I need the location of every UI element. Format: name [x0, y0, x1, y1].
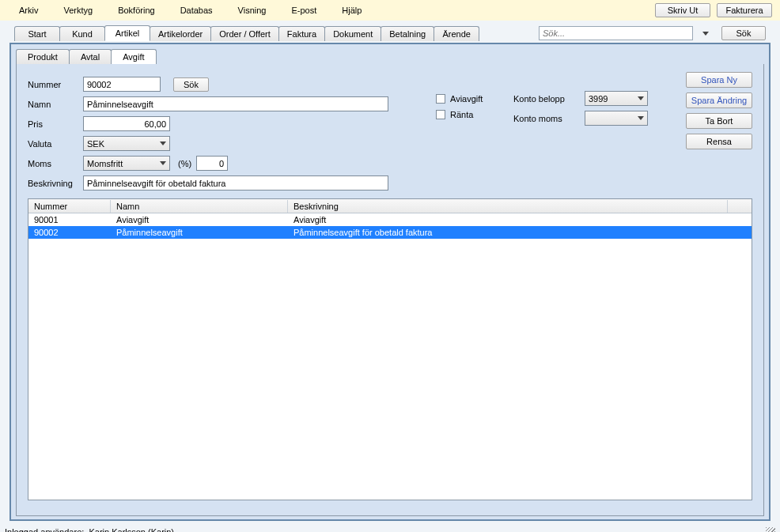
top-buttons: Skriv Ut Fakturera: [655, 3, 772, 17]
menu-databas[interactable]: Databas: [169, 4, 224, 17]
pris-label: Pris: [28, 119, 83, 129]
table-header: Nummer Namn Beskrivning: [28, 199, 752, 213]
spara-ny-button[interactable]: Spara Ny: [686, 72, 752, 88]
aviavgift-label: Aviavgift: [450, 94, 483, 104]
tab-faktura[interactable]: Faktura: [278, 26, 325, 41]
resize-grip-icon[interactable]: [766, 527, 775, 532]
chevron-down-icon: [638, 96, 644, 100]
form-area: Nummer Sök Namn Pris Valuta SEK Moms Mom…: [16, 64, 764, 516]
nummer-label: Nummer: [28, 80, 83, 89]
search-area: Sök: [539, 26, 766, 40]
data-table: Nummer Namn Beskrivning 90001 Aviavgift …: [28, 198, 752, 500]
checkbox-icon: [436, 94, 445, 104]
valuta-select[interactable]: SEK: [83, 136, 170, 151]
konto-belopp-select[interactable]: 3999: [585, 91, 648, 106]
action-buttons: Spara Ny Spara Ändring Ta Bort Rensa: [686, 72, 752, 149]
menu-arkiv[interactable]: Arkiv: [8, 4, 49, 17]
menu-epost[interactable]: E-post: [281, 4, 328, 17]
col-nummer[interactable]: Nummer: [28, 200, 111, 213]
tab-dokument[interactable]: Dokument: [324, 26, 381, 41]
tab-arende[interactable]: Ärende: [434, 26, 479, 41]
beskrivning-label: Beskrivning: [28, 179, 83, 188]
cell-beskrivning: Påminnelseavgift för obetald faktura: [288, 227, 728, 238]
rensa-button[interactable]: Rensa: [686, 134, 752, 149]
tab-artikelorder[interactable]: Artikelorder: [150, 26, 211, 41]
menu-hjalp[interactable]: Hjälp: [331, 4, 373, 17]
subtab-avgift[interactable]: Avgift: [111, 49, 156, 64]
status-user: Inloggad användare: Karin Karlsson (Kari…: [5, 527, 174, 532]
aviavgift-checkbox[interactable]: Aviavgift: [436, 94, 483, 104]
subtab-produkt[interactable]: Produkt: [16, 49, 70, 64]
print-button[interactable]: Skriv Ut: [655, 3, 710, 17]
subtab-avtal[interactable]: Avtal: [69, 49, 112, 64]
moms-select[interactable]: Momsfritt: [83, 156, 170, 171]
toolbar-row: Start Kund Artikel Artikelorder Order / …: [0, 21, 780, 43]
menu-bar: Arkiv Verktyg Bokföring Databas Visning …: [0, 0, 780, 21]
menu-visning[interactable]: Visning: [227, 4, 278, 17]
chevron-down-icon: [160, 141, 166, 145]
sub-tabs: Produkt Avtal Avgift: [16, 49, 764, 64]
right-column: Konto belopp 3999 Konto moms: [513, 91, 648, 130]
tab-artikel[interactable]: Artikel: [104, 25, 150, 41]
valuta-value: SEK: [87, 139, 104, 149]
konto-belopp-value: 3999: [589, 94, 608, 104]
konto-moms-label: Konto moms: [513, 114, 585, 123]
konto-belopp-label: Konto belopp: [513, 94, 585, 104]
cell-namn: Påminnelseavgift: [111, 227, 288, 238]
mid-check-column: Aviavgift Ränta: [436, 94, 483, 126]
namn-input[interactable]: [83, 96, 388, 111]
table-row[interactable]: 90002 Påminnelseavgift Påminnelseavgift …: [28, 226, 752, 239]
tab-betalning[interactable]: Betalning: [381, 26, 434, 41]
cell-nummer: 90001: [28, 214, 111, 225]
spara-andring-button[interactable]: Spara Ändring: [686, 92, 752, 108]
moms-label: Moms: [28, 159, 83, 168]
search-dropdown-icon[interactable]: [702, 32, 709, 36]
cell-namn: Aviavgift: [111, 214, 288, 225]
chevron-down-icon: [160, 161, 166, 165]
content-frame: Produkt Avtal Avgift Nummer Sök Namn Pri…: [9, 43, 771, 521]
col-namn[interactable]: Namn: [111, 200, 288, 213]
beskrivning-input[interactable]: [83, 175, 388, 191]
tab-kund[interactable]: Kund: [59, 26, 105, 41]
cell-beskrivning: Aviavgift: [288, 214, 728, 225]
ta-bort-button[interactable]: Ta Bort: [686, 113, 752, 129]
ranta-checkbox[interactable]: Ränta: [436, 110, 483, 119]
main-tabs: Start Kund Artikel Artikelorder Order / …: [14, 25, 479, 41]
namn-label: Namn: [28, 100, 83, 109]
ranta-label: Ränta: [450, 110, 473, 119]
tab-start[interactable]: Start: [14, 26, 60, 41]
search-input[interactable]: [539, 26, 693, 40]
menu-items: Arkiv Verktyg Bokföring Databas Visning …: [8, 4, 373, 17]
invoice-button[interactable]: Fakturera: [717, 3, 772, 17]
pct-label: (%): [178, 159, 191, 168]
sok-button[interactable]: Sök: [173, 77, 209, 92]
menu-bokforing[interactable]: Bokföring: [107, 4, 165, 17]
tab-order-offert[interactable]: Order / Offert: [210, 26, 279, 41]
search-button[interactable]: Sök: [721, 26, 766, 40]
pris-input[interactable]: [83, 116, 170, 131]
moms-value: Momsfritt: [87, 159, 123, 168]
pct-input[interactable]: [196, 156, 228, 171]
cell-nummer: 90002: [28, 227, 111, 238]
table-body: 90001 Aviavgift Aviavgift 90002 Påminnel…: [28, 213, 752, 239]
menu-verktyg[interactable]: Verktyg: [52, 4, 104, 17]
nummer-input[interactable]: [83, 77, 161, 92]
col-beskrivning[interactable]: Beskrivning: [288, 200, 728, 213]
konto-moms-select[interactable]: [585, 111, 648, 126]
chevron-down-icon: [638, 116, 644, 120]
table-row[interactable]: 90001 Aviavgift Aviavgift: [28, 213, 752, 226]
valuta-label: Valuta: [28, 139, 83, 149]
checkbox-icon: [436, 110, 445, 119]
status-bar: Inloggad användare: Karin Karlsson (Kari…: [0, 526, 780, 532]
